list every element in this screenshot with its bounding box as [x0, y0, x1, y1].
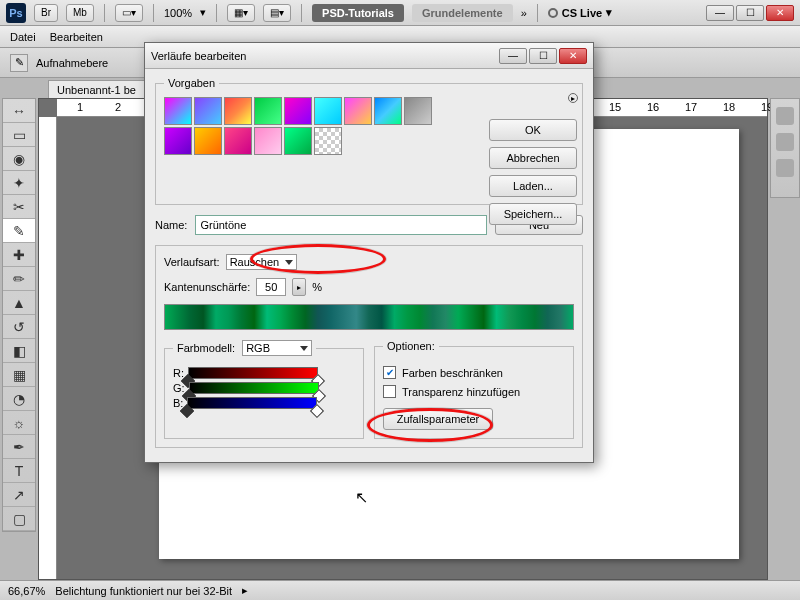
- red-slider[interactable]: [188, 367, 318, 379]
- gradient-type-select[interactable]: Rauschen: [226, 254, 298, 270]
- stamp-tool[interactable]: ▲: [3, 291, 35, 315]
- window-close-button[interactable]: ✕: [766, 5, 794, 21]
- dialog-maximize-button[interactable]: ☐: [529, 48, 557, 64]
- panel-icon[interactable]: [776, 107, 794, 125]
- preset-swatch[interactable]: [164, 127, 192, 155]
- arrange-button[interactable]: ▦▾: [227, 4, 255, 22]
- gradient-type-label: Verlaufsart:: [164, 256, 220, 268]
- workspace-more[interactable]: »: [521, 7, 527, 19]
- blur-tool[interactable]: ◔: [3, 387, 35, 411]
- gradient-editor-dialog: Verläufe bearbeiten — ☐ ✕ Vorgaben ▸ OK …: [144, 42, 594, 463]
- preset-swatch[interactable]: [404, 97, 432, 125]
- preset-swatch[interactable]: [314, 127, 342, 155]
- preset-swatch[interactable]: [254, 127, 282, 155]
- roughness-stepper[interactable]: ▸: [292, 278, 306, 296]
- type-tool[interactable]: T: [3, 459, 35, 483]
- menu-edit[interactable]: Bearbeiten: [50, 31, 103, 43]
- save-button[interactable]: Speichern...: [489, 203, 577, 225]
- ok-button[interactable]: OK: [489, 119, 577, 141]
- dialog-titlebar[interactable]: Verläufe bearbeiten — ☐ ✕: [145, 43, 593, 69]
- window-maximize-button[interactable]: ☐: [736, 5, 764, 21]
- percent-label: %: [312, 281, 322, 293]
- preset-swatch[interactable]: [254, 97, 282, 125]
- zoom-status[interactable]: 66,67%: [8, 585, 45, 597]
- panel-icon[interactable]: [776, 159, 794, 177]
- brush-tool[interactable]: ✏: [3, 267, 35, 291]
- zoom-readout[interactable]: 100%: [164, 7, 192, 19]
- preset-swatch[interactable]: [284, 127, 312, 155]
- green-slider[interactable]: [189, 382, 319, 394]
- extras-button[interactable]: ▤▾: [263, 4, 291, 22]
- window-minimize-button[interactable]: —: [706, 5, 734, 21]
- color-model-fieldset: Farbmodell: RGB R: G: B:: [164, 340, 364, 439]
- name-input[interactable]: [195, 215, 487, 235]
- dialog-minimize-button[interactable]: —: [499, 48, 527, 64]
- name-label: Name:: [155, 219, 187, 231]
- dialog-close-button[interactable]: ✕: [559, 48, 587, 64]
- crop-tool[interactable]: ✂: [3, 195, 35, 219]
- preset-swatch[interactable]: [344, 97, 372, 125]
- preset-swatch[interactable]: [224, 97, 252, 125]
- status-message: Belichtung funktioniert nur bei 32-Bit: [55, 585, 232, 597]
- preset-swatch[interactable]: [194, 97, 222, 125]
- dodge-tool[interactable]: ☼: [3, 411, 35, 435]
- eraser-tool[interactable]: ◧: [3, 339, 35, 363]
- preset-swatch[interactable]: [224, 127, 252, 155]
- pen-tool[interactable]: ✒: [3, 435, 35, 459]
- restrict-colors-checkbox[interactable]: ✔: [383, 366, 396, 379]
- eyedropper-icon: ✎: [10, 54, 28, 72]
- healing-tool[interactable]: ✚: [3, 243, 35, 267]
- preset-swatch[interactable]: [314, 97, 342, 125]
- workspace-tab-active[interactable]: PSD-Tutorials: [312, 4, 404, 22]
- lasso-tool[interactable]: ◉: [3, 147, 35, 171]
- randomize-button[interactable]: Zufallsparameter: [383, 408, 493, 430]
- wand-tool[interactable]: ✦: [3, 171, 35, 195]
- color-model-select[interactable]: RGB: [242, 340, 312, 356]
- options-fieldset: Optionen: ✔Farben beschränken Transparen…: [374, 340, 574, 439]
- menu-file[interactable]: Datei: [10, 31, 36, 43]
- sample-size-label: Aufnahmebere: [36, 57, 108, 69]
- roughness-input[interactable]: [256, 278, 286, 296]
- cs-live-button[interactable]: CS Live ▾: [548, 6, 612, 19]
- toolbox: ↔ ▭ ◉ ✦ ✂ ✎ ✚ ✏ ▲ ↺ ◧ ▦ ◔ ☼ ✒ T ↗ ▢: [2, 98, 36, 532]
- presets-flyout-button[interactable]: ▸: [568, 93, 578, 103]
- preset-swatch[interactable]: [194, 127, 222, 155]
- app-toolbar: Ps Br Mb ▭▾ 100% ▾ ▦▾ ▤▾ PSD-Tutorials G…: [0, 0, 800, 26]
- right-panel-dock: [770, 98, 800, 198]
- preset-swatch[interactable]: [284, 97, 312, 125]
- preset-swatch[interactable]: [374, 97, 402, 125]
- document-tab[interactable]: Unbenannt-1 be: [48, 80, 145, 99]
- gradient-settings-fieldset: Verlaufsart: Rauschen Kantenunschärfe: ▸…: [155, 245, 583, 448]
- add-transparency-checkbox[interactable]: [383, 385, 396, 398]
- cancel-button[interactable]: Abbrechen: [489, 147, 577, 169]
- dialog-title: Verläufe bearbeiten: [151, 50, 246, 62]
- marquee-tool[interactable]: ▭: [3, 123, 35, 147]
- minibridge-button[interactable]: Mb: [66, 4, 94, 22]
- blue-slider[interactable]: [187, 397, 317, 409]
- load-button[interactable]: Laden...: [489, 175, 577, 197]
- path-tool[interactable]: ↗: [3, 483, 35, 507]
- roughness-label: Kantenunschärfe:: [164, 281, 250, 293]
- screen-mode-button[interactable]: ▭▾: [115, 4, 143, 22]
- shape-tool[interactable]: ▢: [3, 507, 35, 531]
- gradient-preview: [164, 304, 574, 330]
- status-bar: 66,67% Belichtung funktioniert nur bei 3…: [0, 580, 800, 600]
- gradient-tool[interactable]: ▦: [3, 363, 35, 387]
- move-tool[interactable]: ↔: [3, 99, 35, 123]
- bridge-button[interactable]: Br: [34, 4, 58, 22]
- preset-swatch[interactable]: [164, 97, 192, 125]
- vertical-ruler: [39, 117, 57, 579]
- workspace-tab-inactive[interactable]: Grundelemente: [412, 4, 513, 22]
- panel-icon[interactable]: [776, 133, 794, 151]
- eyedropper-tool[interactable]: ✎: [3, 219, 35, 243]
- history-brush-tool[interactable]: ↺: [3, 315, 35, 339]
- dropdown-icon: [285, 260, 293, 265]
- photoshop-logo: Ps: [6, 3, 26, 23]
- presets-legend: Vorgaben: [164, 77, 219, 89]
